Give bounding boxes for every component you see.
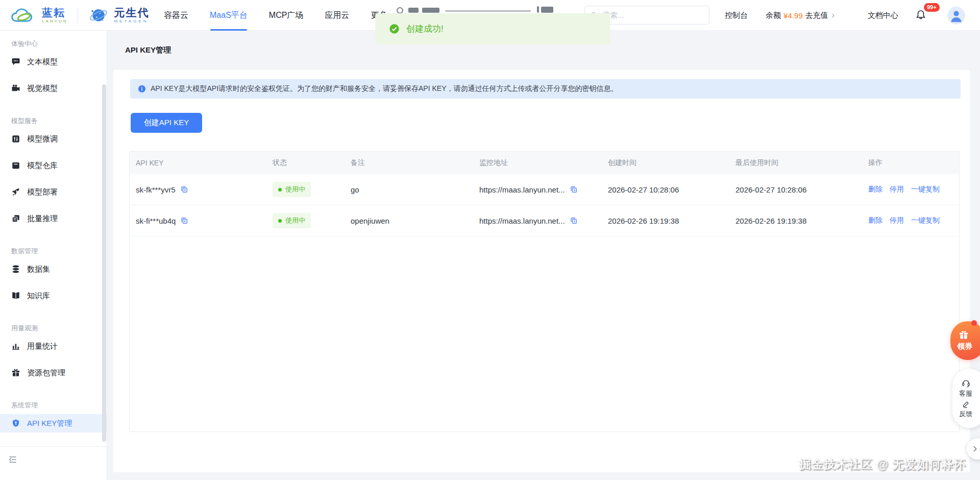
- sidebar-item-label: API KEY管理: [27, 419, 72, 428]
- col-header-monitor-url: 监控地址: [473, 158, 602, 167]
- status-dot-icon: [278, 219, 282, 223]
- obscured-nav-fragment: [422, 8, 439, 13]
- coupon-float-button[interactable]: 领券: [950, 321, 980, 360]
- status-cell: 使用中: [266, 182, 345, 197]
- one-click-copy-link[interactable]: 一键复制: [911, 216, 940, 225]
- balance-widget[interactable]: 余额 ¥4.99 去充值 ›: [766, 0, 835, 31]
- status-badge: 使用中: [273, 182, 311, 197]
- obscured-nav-fragment: [537, 6, 539, 13]
- last-used-cell: 2026-02-26 19:19:38: [729, 217, 862, 225]
- sidebar-item-text-model[interactable]: 文本模型: [0, 49, 107, 75]
- headset-icon: [961, 378, 971, 388]
- sidebar-item-label: 模型仓库: [27, 161, 58, 171]
- nav-item-maas[interactable]: MaaS平台: [210, 0, 248, 31]
- sidebar-scrollbar[interactable]: [102, 84, 106, 442]
- page-title: API KEY管理: [125, 45, 171, 55]
- sidebar-item-model-repo[interactable]: 模型仓库: [0, 152, 107, 179]
- collapse-sidebar-icon[interactable]: [8, 455, 17, 464]
- copy-icon[interactable]: [570, 185, 578, 194]
- user-icon: [947, 7, 965, 25]
- sidebar-item-label: 模型部署: [27, 187, 58, 197]
- col-header-last-used: 最后使用时间: [729, 158, 862, 167]
- one-click-copy-link[interactable]: 一键复制: [911, 185, 940, 194]
- brand-metagen: 元生代: [114, 7, 149, 18]
- create-api-key-button[interactable]: 创建API KEY: [131, 113, 202, 133]
- sidebar-item-label: 文本模型: [27, 57, 58, 67]
- copy-icon[interactable]: [570, 217, 578, 225]
- monitor-url-cell: https://maas.lanyun.net...: [473, 185, 602, 194]
- copy-icon[interactable]: [180, 185, 188, 194]
- obscured-nav-fragment: [408, 8, 419, 13]
- sidebar-item-resource-packages[interactable]: 资源包管理: [0, 359, 107, 386]
- col-header-note: 备注: [345, 158, 473, 167]
- coupon-label: 领券: [957, 342, 972, 351]
- info-banner: API KEY是大模型API请求时的安全鉴权凭证。为了您的财产和服务安全，请妥善…: [130, 79, 961, 99]
- copy-icon[interactable]: [180, 217, 188, 225]
- nav-item-container-cloud[interactable]: 容器云: [164, 0, 188, 31]
- obscured-nav-fragment: [445, 10, 531, 12]
- brand-logo[interactable]: 蓝耘 LANYUN 元生代 METAGEN: [10, 0, 149, 31]
- content-card: API KEY是大模型API请求时的安全鉴权凭证。为了您的财产和服务安全，请妥善…: [113, 70, 970, 472]
- chat-bubble-icon: [11, 57, 20, 66]
- sidebar-item-usage-stats[interactable]: 用量统计: [0, 333, 107, 359]
- sidebar-footer: [0, 446, 107, 480]
- watermark: 掘金技术社区 @ 无爱如何释怀: [799, 457, 966, 472]
- actions-cell: 删除 停用 一键复制: [862, 216, 959, 225]
- sidebar-item-dataset[interactable]: 数据集: [0, 256, 107, 282]
- sidebar-item-deploy[interactable]: 模型部署: [0, 179, 107, 205]
- api-key-value: sk-fk***yvr5: [136, 185, 176, 194]
- service-float-panel: 客服 反馈: [952, 369, 980, 428]
- avatar[interactable]: [947, 7, 965, 25]
- feedback-label: 反馈: [959, 410, 972, 419]
- sidebar-section-experience: 体验中心: [0, 39, 107, 49]
- sidebar-item-label: 用量统计: [27, 342, 58, 351]
- sliders-icon: [11, 134, 20, 143]
- search-input[interactable]: [602, 11, 704, 19]
- disable-link[interactable]: 停用: [890, 216, 904, 225]
- success-toast: 创建成功!: [375, 13, 610, 44]
- api-key-value: sk-fi***ub4q: [136, 217, 176, 225]
- created-cell: 2026-02-27 10:28:06: [602, 185, 729, 194]
- col-header-status: 状态: [266, 158, 345, 167]
- nav-item-mcp[interactable]: MCP广场: [269, 0, 304, 31]
- feedback-button[interactable]: 反馈: [959, 400, 972, 419]
- sidebar-item-knowledge-base[interactable]: 知识库: [0, 282, 107, 309]
- sidebar-item-vision-model[interactable]: 视觉模型: [0, 75, 107, 102]
- brand-metagen-sub: METAGEN: [114, 19, 149, 23]
- sidebar-item-label: 模型微调: [27, 134, 58, 144]
- gift-icon: [11, 368, 20, 377]
- success-check-icon: [389, 23, 400, 34]
- rocket-icon: [11, 187, 20, 197]
- monitor-url-value: https://maas.lanyun.net...: [479, 217, 565, 225]
- api-key-cell: sk-fi***ub4q: [130, 217, 266, 225]
- disable-link[interactable]: 停用: [890, 185, 904, 194]
- col-header-actions: 操作: [862, 158, 959, 167]
- monitor-url-value: https://maas.lanyun.net...: [479, 185, 565, 194]
- notification-badge: 99+: [924, 3, 940, 12]
- nav-item-app-cloud[interactable]: 应用云: [325, 0, 349, 31]
- recharge-link[interactable]: 去充值: [805, 11, 828, 20]
- docs-link[interactable]: 文档中心: [868, 0, 898, 31]
- monitor-url-cell: https://maas.lanyun.net...: [473, 217, 602, 225]
- sidebar-section-data: 数据管理: [0, 247, 107, 256]
- open-book-icon: [11, 291, 20, 300]
- balance-label: 余额: [766, 11, 781, 20]
- delete-link[interactable]: 删除: [868, 185, 883, 194]
- chevron-right-icon: ›: [832, 11, 835, 20]
- info-banner-text: API KEY是大模型API请求时的安全鉴权凭证。为了您的财产和服务安全，请妥善…: [151, 84, 618, 93]
- note-cell: openjiuwen: [345, 217, 473, 225]
- sidebar-item-label: 知识库: [27, 291, 50, 301]
- archive-box-icon: [11, 161, 20, 170]
- col-header-api-key: API KEY: [130, 159, 266, 167]
- database-icon: [11, 265, 20, 274]
- logo-divider: [78, 8, 78, 23]
- console-link[interactable]: 控制台: [725, 0, 748, 31]
- coupon-notification-dot: [971, 320, 977, 326]
- sidebar-item-api-key[interactable]: API KEY管理: [0, 414, 107, 433]
- note-cell: go: [345, 185, 473, 194]
- delete-link[interactable]: 删除: [868, 216, 883, 225]
- sidebar-item-batch-inference[interactable]: 批量推理: [0, 205, 107, 232]
- sidebar-item-finetune[interactable]: 模型微调: [0, 126, 107, 152]
- chevron-right-icon: [971, 445, 979, 453]
- customer-service-button[interactable]: 客服: [959, 378, 972, 398]
